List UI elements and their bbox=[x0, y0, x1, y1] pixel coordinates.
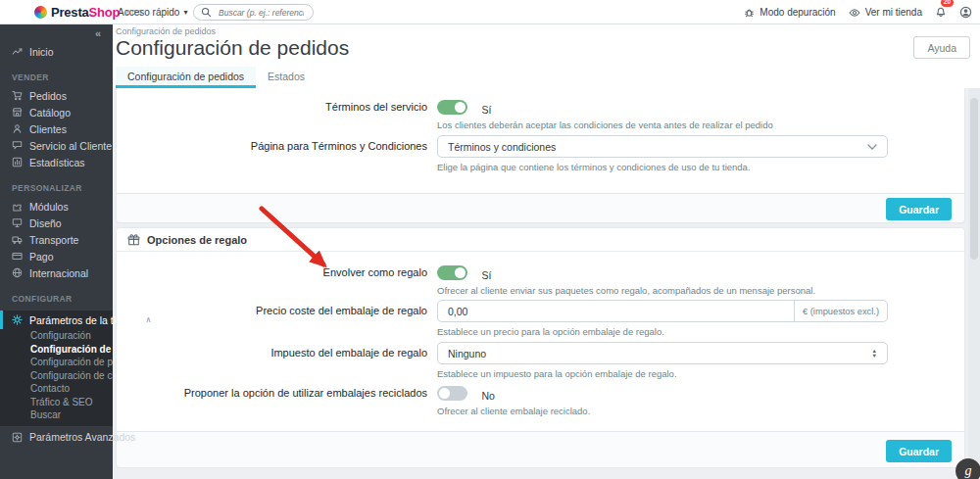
notification-badge: 20 bbox=[941, 0, 954, 7]
search-input[interactable] bbox=[217, 7, 306, 19]
store-icon bbox=[12, 107, 23, 118]
sidebar-subitem-configuracion-de-pedidos[interactable]: Configuración de pedidos bbox=[0, 343, 113, 357]
globe-icon bbox=[12, 267, 23, 278]
credit-card-icon bbox=[12, 251, 23, 262]
save-button[interactable]: Guardar bbox=[886, 440, 952, 462]
panel-footer: Guardar bbox=[116, 431, 965, 468]
field-help: Establece un impuesto para la opción emb… bbox=[437, 368, 677, 379]
toggle-state-label: No bbox=[481, 389, 494, 404]
debug-mode-button[interactable]: Modo depuración bbox=[744, 7, 835, 18]
sidebar-subitem-contacto[interactable]: Contacto bbox=[0, 382, 113, 396]
terms-page-select[interactable]: Términos y condiciones bbox=[437, 135, 888, 158]
prestashop-logo-icon bbox=[34, 6, 47, 19]
tab-configuracion-de-pedidos[interactable]: Configuración de pedidos bbox=[116, 67, 256, 88]
recycled-packaging-toggle[interactable] bbox=[437, 386, 467, 401]
bug-icon bbox=[744, 7, 755, 18]
sidebar: « Inicio VENDER Pedidos Catálogo Cliente… bbox=[0, 24, 113, 479]
panel-header: Opciones de regalo bbox=[117, 228, 964, 252]
chevron-down-icon bbox=[867, 144, 877, 150]
truck-icon bbox=[12, 234, 23, 245]
sidebar-subitem-configuracion-de-productos[interactable]: Configuración de productos bbox=[0, 356, 113, 369]
brand-name: PrestaShop bbox=[51, 5, 120, 20]
field-help: Elige la página que contiene los término… bbox=[437, 162, 751, 172]
cart-icon bbox=[12, 90, 23, 101]
panel-footer: Guardar bbox=[116, 193, 965, 223]
global-search bbox=[193, 4, 314, 21]
toggle-state-label: Sí bbox=[481, 268, 491, 283]
field-help: Los clientes deberán aceptar las condici… bbox=[437, 120, 773, 130]
sidebar-subitem-buscar[interactable]: Buscar bbox=[0, 408, 113, 422]
sidebar-subitem-configuracion-de-clientes[interactable]: Configuración de clientes bbox=[0, 369, 113, 383]
help-button[interactable]: Ayuda bbox=[913, 36, 970, 59]
main-area: Configuración de pedidos Configuración d… bbox=[113, 24, 980, 479]
sidebar-item-servicio-al-cliente[interactable]: Servicio al Cliente bbox=[0, 137, 113, 154]
sidebar-item-pago[interactable]: Pago bbox=[0, 248, 113, 264]
breadcrumb: Configuración de pedidos bbox=[116, 26, 216, 36]
tab-estados[interactable]: Estados bbox=[256, 67, 317, 88]
content-area: Términos del servicio Sí Los clientes de… bbox=[113, 88, 980, 479]
sidebar-item-clientes[interactable]: Clientes bbox=[0, 120, 113, 137]
field-label: Impuesto del embalaje de regalo bbox=[129, 347, 427, 359]
gift-wrap-tax-select[interactable]: Ninguno ▲▼ bbox=[437, 342, 888, 364]
eye-icon bbox=[849, 7, 860, 19]
sidebar-item-transporte[interactable]: Transporte bbox=[0, 231, 113, 248]
scrollbar-track[interactable] bbox=[968, 88, 980, 479]
save-button[interactable]: Guardar bbox=[886, 198, 952, 220]
advanced-settings-icon bbox=[12, 432, 23, 443]
sidebar-section-vender: VENDER bbox=[0, 72, 113, 87]
trending-up-icon bbox=[12, 46, 23, 57]
sidebar-section-personalizar: PERSONALIZAR bbox=[0, 183, 113, 198]
gift-wrap-toggle[interactable] bbox=[437, 265, 467, 280]
person-icon bbox=[12, 123, 23, 134]
terms-of-service-toggle[interactable] bbox=[437, 100, 467, 115]
panel-title: Opciones de regalo bbox=[147, 234, 247, 246]
sidebar-subitem-configuracion[interactable]: Configuración bbox=[0, 329, 113, 343]
monitor-icon bbox=[12, 217, 23, 228]
scrollbar-thumb[interactable] bbox=[970, 98, 978, 260]
chevron-down-icon: ▾ bbox=[183, 8, 187, 17]
field-help: Establece un precio para la opción embal… bbox=[437, 326, 664, 337]
sidebar-subitem-trafico-seo[interactable]: Tráfico & SEO bbox=[0, 396, 113, 409]
field-label: Página para Términos y Condiciones bbox=[129, 140, 427, 152]
sidebar-section-configurar: CONFIGURAR bbox=[0, 294, 113, 309]
field-help: Ofrecer al cliente enviar sus paquetes c… bbox=[437, 285, 815, 296]
gift-options-panel: Opciones de regalo Envolver como regalo … bbox=[116, 227, 965, 467]
notifications-button[interactable]: 20 bbox=[935, 4, 947, 22]
field-label: Envolver como regalo bbox=[129, 266, 427, 278]
gear-icon bbox=[12, 314, 23, 325]
sidebar-item-pedidos[interactable]: Pedidos bbox=[0, 87, 113, 104]
sidebar-item-internacional[interactable]: Internacional bbox=[0, 264, 113, 281]
sidebar-item-estadisticas[interactable]: Estadísticas bbox=[0, 154, 113, 170]
view-shop-button[interactable]: Ver mi tienda bbox=[849, 7, 922, 19]
quick-access-menu[interactable]: Acceso rápido ▾ bbox=[118, 0, 187, 24]
topbar: PrestaShop 8.0.0 Acceso rápido ▾ Modo de… bbox=[0, 0, 980, 24]
sidebar-item-catalogo[interactable]: Catálogo bbox=[0, 104, 113, 120]
currency-suffix: € (impuestos excl.) bbox=[794, 300, 888, 322]
field-help: Ofrecer al cliente embalaje reciclado. bbox=[437, 406, 590, 416]
topbar-right: Modo depuración Ver mi tienda 20 bbox=[744, 0, 972, 24]
page-header: Configuración de pedidos Configuración d… bbox=[113, 24, 980, 88]
chat-icon bbox=[12, 140, 23, 151]
sidebar-item-parametros-de-la-tienda[interactable]: Parámetros de la tienda ∧ bbox=[0, 311, 113, 329]
field-label: Términos del servicio bbox=[129, 101, 427, 113]
user-avatar-icon bbox=[959, 6, 972, 19]
select-arrows-icon: ▲▼ bbox=[872, 349, 877, 358]
search-icon bbox=[201, 7, 212, 18]
bell-icon bbox=[935, 6, 947, 18]
chevron-up-icon: ∧ bbox=[145, 315, 151, 324]
sidebar-item-modulos[interactable]: Módulos bbox=[0, 198, 113, 215]
tab-bar: Configuración de pedidos Estados bbox=[113, 67, 980, 88]
sidebar-item-diseno[interactable]: Diseño bbox=[0, 215, 113, 231]
gift-wrap-price-input[interactable] bbox=[437, 300, 795, 322]
sidebar-item-parametros-avanzados[interactable]: Parámetros Avanzados bbox=[0, 429, 113, 446]
sidebar-item-inicio[interactable]: Inicio bbox=[0, 43, 113, 60]
terms-panel: Términos del servicio Sí Los clientes de… bbox=[116, 88, 965, 223]
field-label: Proponer la opción de utilizar embalajes… bbox=[129, 387, 427, 399]
profile-button[interactable] bbox=[959, 6, 972, 19]
toggle-state-label: Sí bbox=[481, 103, 491, 118]
sidebar-collapse-button[interactable]: « bbox=[0, 24, 113, 40]
puzzle-icon bbox=[12, 201, 23, 212]
shop-params-group: Parámetros de la tienda ∧ Configuración … bbox=[0, 311, 113, 426]
symfony-profiler-toggle[interactable]: g bbox=[956, 458, 980, 479]
prestashop-admin-page: PrestaShop 8.0.0 Acceso rápido ▾ Modo de… bbox=[0, 0, 980, 479]
